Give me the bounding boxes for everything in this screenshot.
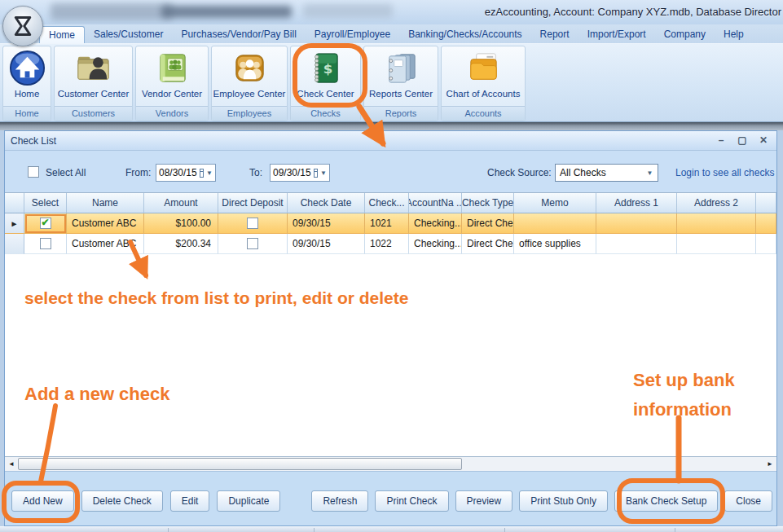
status-divider: [168, 528, 169, 532]
to-date-input[interactable]: 09/30/15 ▼: [270, 164, 330, 182]
amount-cell[interactable]: $100.00: [144, 213, 218, 234]
minimize-icon[interactable]: –: [715, 134, 728, 147]
column-header-name[interactable]: Name: [67, 193, 144, 213]
close-button[interactable]: Close: [724, 490, 772, 512]
duplicate-button[interactable]: Duplicate: [217, 490, 280, 512]
calendar-icon[interactable]: [200, 169, 204, 178]
to-label: To:: [249, 167, 262, 178]
column-header-memo[interactable]: Memo: [514, 193, 596, 213]
select-cell[interactable]: [24, 234, 67, 254]
check-type-cell[interactable]: Direct Che...: [462, 234, 514, 254]
ribbon-group-caption: Checks: [291, 106, 360, 121]
table-row[interactable]: ►Customer ABC$100.0009/30/151021Checking…: [5, 213, 776, 234]
from-date-value: 08/30/15: [159, 167, 197, 178]
filter-bar: Select All From: 08/30/15 ▼ To: 09/30/15…: [5, 151, 776, 193]
scroll-left-icon[interactable]: ◄: [5, 457, 18, 471]
direct-deposit-cell[interactable]: [218, 213, 288, 234]
direct-deposit-checkbox[interactable]: [247, 238, 258, 249]
row-select-checkbox[interactable]: [40, 218, 51, 229]
direct-deposit-checkbox[interactable]: [247, 218, 258, 229]
ezaccounting-logo-icon: [6, 9, 40, 43]
column-header-address-2[interactable]: Address 2: [677, 193, 756, 213]
login-link[interactable]: Login to see all checks: [675, 167, 774, 178]
check-list-title-bar[interactable]: Check List – ▢ ✕: [5, 131, 776, 151]
check-number-cell[interactable]: 1021: [365, 213, 409, 234]
table-row[interactable]: Customer ABC$200.3409/30/151022Checking.…: [5, 234, 776, 254]
address-2-cell[interactable]: [677, 234, 756, 254]
check-date-cell[interactable]: 09/30/15: [288, 234, 365, 254]
check-center-button[interactable]: Check Center: [291, 46, 360, 106]
column-header-amount[interactable]: Amount: [144, 193, 218, 213]
tab-company[interactable]: Company: [655, 26, 715, 43]
tab-import-export[interactable]: Import/Export: [578, 26, 655, 43]
chevron-down-icon[interactable]: ▼: [206, 169, 213, 177]
calendar-icon[interactable]: [314, 169, 318, 178]
memo-cell[interactable]: office supplies: [514, 234, 596, 254]
bank-check-setup-button[interactable]: Bank Check Setup: [614, 490, 718, 512]
account-name-cell[interactable]: Checking...: [409, 213, 462, 234]
address-2-cell[interactable]: [677, 213, 756, 234]
ribbon: HomeHomeCustomer CenterCustomersVendor C…: [0, 43, 783, 122]
select-cell[interactable]: [24, 213, 67, 234]
account-name-cell[interactable]: Checking...: [409, 234, 462, 254]
column-header-check-type[interactable]: Check Type: [462, 193, 514, 213]
check-source-label: Check Source:: [487, 167, 552, 178]
tab-sales-customer[interactable]: Sales/Customer: [85, 26, 172, 43]
column-header-accountna[interactable]: AccountNa ...: [409, 193, 462, 213]
column-header-select[interactable]: Select: [24, 193, 67, 213]
check-type-cell[interactable]: Direct Che...: [462, 213, 514, 234]
address-1-cell[interactable]: [596, 234, 677, 254]
horizontal-scrollbar[interactable]: ◄ ►: [5, 456, 776, 471]
from-date-input[interactable]: 08/30/15 ▼: [156, 164, 216, 182]
address-1-cell[interactable]: [596, 213, 677, 234]
ribbon-group-checks: Check CenterChecks: [290, 46, 361, 121]
add-new-button[interactable]: Add New: [11, 490, 74, 512]
memo-cell[interactable]: [514, 213, 596, 234]
action-button-panel: Add NewDelete CheckEditDuplicate Refresh…: [5, 471, 776, 525]
check-source-dropdown[interactable]: All Checks ▼: [555, 164, 658, 182]
maximize-icon[interactable]: ▢: [736, 134, 749, 147]
title-bar: ezAccounting, Account: Company XYZ.mdb, …: [0, 0, 783, 24]
tab-report[interactable]: Report: [531, 26, 578, 43]
delete-check-button[interactable]: Delete Check: [81, 490, 163, 512]
application-window: ezAccounting, Account: Company XYZ.mdb, …: [0, 0, 783, 532]
column-header-address-1[interactable]: Address 1: [596, 193, 677, 213]
row-select-checkbox[interactable]: [40, 238, 51, 249]
home-button[interactable]: Home: [3, 46, 51, 106]
chevron-down-icon[interactable]: ▼: [320, 169, 327, 177]
refresh-button[interactable]: Refresh: [311, 490, 368, 512]
employee-center-icon: [231, 49, 269, 87]
tab-home[interactable]: Home: [39, 26, 85, 43]
vendor-center-button[interactable]: Vendor Center: [136, 46, 208, 106]
tab-payroll-employee[interactable]: Payroll/Employee: [306, 26, 399, 43]
name-cell[interactable]: Customer ABC: [67, 234, 144, 254]
preview-button[interactable]: Preview: [455, 490, 513, 512]
amount-cell[interactable]: $200.34: [144, 234, 218, 254]
app-menu-orb[interactable]: [2, 6, 43, 46]
print-stub-only-button[interactable]: Print Stub Only: [519, 490, 608, 512]
row-indicator: [5, 234, 24, 254]
close-icon[interactable]: ✕: [757, 134, 770, 147]
tab-help[interactable]: Help: [715, 26, 753, 43]
reports-center-button[interactable]: Reports Center: [364, 46, 438, 106]
direct-deposit-cell[interactable]: [218, 234, 288, 254]
tab-purchases-vendor-pay-bill[interactable]: Purchases/Vendor/Pay Bill: [172, 26, 305, 43]
check-date-cell[interactable]: 09/30/15: [288, 213, 365, 234]
blurred-content: [51, 3, 173, 20]
check-number-cell[interactable]: 1022: [365, 234, 409, 254]
select-all-checkbox[interactable]: [28, 166, 39, 178]
employee-center-button[interactable]: Employee Center: [212, 46, 287, 106]
column-header-check[interactable]: Check...: [365, 193, 409, 213]
scrollbar-thumb[interactable]: [18, 458, 462, 470]
edit-button[interactable]: Edit: [170, 490, 210, 512]
print-check-button[interactable]: Print Check: [375, 490, 448, 512]
ribbon-tabs: HomeSales/CustomerPurchases/Vendor/Pay B…: [0, 24, 783, 43]
name-cell[interactable]: Customer ABC: [67, 213, 144, 234]
column-header-check-date[interactable]: Check Date: [288, 193, 365, 213]
blurred-content: [303, 4, 393, 18]
column-header-direct-deposit[interactable]: Direct Deposit: [218, 193, 288, 213]
tab-banking-checks-accounts[interactable]: Banking/Checks/Accounts: [399, 26, 530, 43]
scroll-right-icon[interactable]: ►: [763, 457, 776, 471]
customer-center-button[interactable]: Customer Center: [55, 46, 132, 106]
chart-of-accounts-button[interactable]: Chart of Accounts: [442, 46, 525, 106]
